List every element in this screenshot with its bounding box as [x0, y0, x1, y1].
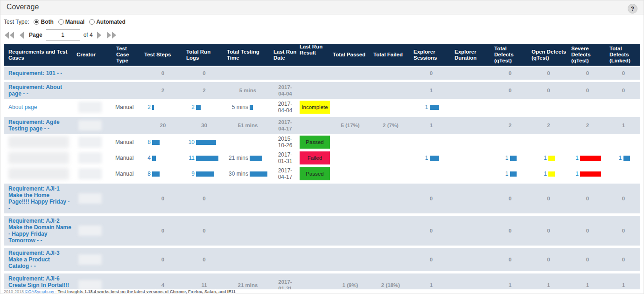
cell-explorer_duration	[452, 136, 491, 149]
metric: 1	[574, 171, 601, 177]
rollup-value: 0	[493, 70, 527, 76]
cell-total_passed	[330, 193, 371, 204]
rollup-value: 0	[609, 257, 638, 262]
next-page-button[interactable]	[96, 31, 103, 39]
rollup-value: 0	[144, 70, 182, 76]
metric: 1	[542, 171, 555, 177]
cell-td_linked	[607, 101, 640, 114]
test-type-label: Test Type:	[4, 19, 29, 25]
rollup-value: 0	[531, 70, 567, 76]
metric-value: 4	[144, 155, 151, 161]
testcase-link[interactable]: About page	[8, 104, 37, 110]
first-page-button[interactable]	[4, 31, 15, 39]
cell-test_steps: 0	[141, 225, 183, 236]
rollup-value: 0	[609, 70, 638, 76]
requirement-link[interactable]: Requirement: AJI-2 Make the Domain Name …	[8, 218, 72, 244]
cell-test_steps: 0	[141, 68, 183, 79]
cell-explorer_duration	[452, 193, 491, 204]
rollup-value: 5 mins	[227, 88, 269, 93]
table-row-group: Requirement: AJI-1 Make the Home Page!!!…	[4, 184, 640, 213]
rollup-value: 1	[609, 123, 638, 128]
cell-name	[4, 167, 74, 181]
last-run-date-value: 2017-04-17	[274, 119, 296, 132]
radio-option-automated[interactable]: Automated	[89, 19, 126, 25]
double-chevron-right-icon	[106, 31, 117, 39]
cell-explorer_duration	[452, 254, 491, 265]
redacted-testcase-name	[8, 152, 69, 164]
metric: 1	[424, 104, 439, 110]
cell-case_type: Manual	[113, 101, 141, 114]
cell-creator	[74, 85, 113, 96]
help-button[interactable]: ?	[628, 4, 637, 14]
cell-total_passed	[330, 167, 371, 180]
redacted-creator	[78, 102, 102, 113]
cell-run_logs: 2	[183, 85, 224, 96]
radio-icon[interactable]	[89, 19, 95, 25]
radio-option-manual[interactable]: Manual	[58, 19, 84, 25]
metric-bar	[196, 140, 216, 145]
cell-td_linked	[607, 136, 640, 149]
cell-od_qtest: 0	[529, 193, 568, 204]
cell-name: Requirement: 101 - -	[4, 68, 74, 79]
cell-od_qtest: 1	[529, 167, 568, 180]
cell-last_run_result	[300, 225, 330, 236]
rollup-value: 0	[493, 257, 527, 262]
table-body: Requirement: 101 - -0000000Requirement: …	[4, 67, 640, 294]
cell-od_qtest: 0	[529, 254, 568, 265]
cell-total_failed	[371, 151, 411, 164]
metric: 5 mins	[227, 104, 253, 110]
redacted-creator	[78, 280, 102, 290]
qasymphony-link[interactable]: ©QASymphony	[25, 289, 54, 294]
radio-option-both[interactable]: Both	[34, 19, 53, 25]
metric-bar	[430, 105, 439, 110]
rollup-value: 2	[144, 88, 182, 93]
cell-name: Requirement: AJI-2 Make the Domain Name …	[4, 217, 74, 245]
requirement-link[interactable]: Requirement: 101 - -	[8, 70, 62, 76]
cell-total_passed	[330, 68, 371, 79]
rollup-value: 0	[493, 196, 527, 201]
cell-total_passed	[330, 101, 371, 114]
requirement-link[interactable]: Requirement: About page - -	[8, 84, 72, 97]
cell-test_steps: 0	[141, 254, 183, 265]
cell-explorer_sessions: 1	[411, 120, 452, 131]
cell-last_run_result: Failed	[300, 151, 330, 164]
rollup-value: 0	[186, 70, 222, 76]
status-badge: Passed	[300, 167, 330, 180]
requirement-link[interactable]: Requirement: AJI-1 Make the Home Page!!!…	[8, 185, 72, 212]
radio-icon[interactable]	[58, 19, 64, 25]
last-page-button[interactable]	[106, 31, 117, 39]
rollup-value: 0	[186, 257, 222, 262]
cell-case_type	[113, 254, 141, 265]
page-input[interactable]	[46, 29, 80, 41]
column-header-last_run_result: Last Run Result	[300, 44, 330, 66]
metric-value: 8	[144, 171, 151, 177]
test-type-filter: Test Type: Both Manual Automated	[0, 14, 644, 25]
cell-name	[4, 151, 74, 165]
metric-bar	[580, 171, 601, 177]
cell-case_type	[113, 225, 141, 236]
prev-page-button[interactable]	[18, 31, 25, 39]
status-badge: Failed	[300, 151, 330, 164]
requirement-link[interactable]: Requirement: AJI-3 Make a Product Catalo…	[8, 250, 72, 269]
rollup-value: 0	[186, 196, 222, 201]
metric-value: 21 mins	[227, 155, 248, 161]
cell-creator	[74, 225, 113, 237]
status-badge: Passed	[300, 136, 330, 149]
redacted-creator	[78, 226, 102, 236]
cell-td_qtest: 0	[491, 85, 529, 96]
requirement-link[interactable]: Requirement: Agile Testing page - -	[8, 119, 72, 132]
metric: 30 mins	[227, 171, 267, 177]
rollup-value: 0	[413, 257, 450, 262]
metric-bar	[510, 171, 517, 177]
rollup-value: 0	[570, 257, 605, 262]
metric-bar	[510, 156, 517, 161]
rollup-value: 0	[531, 196, 567, 201]
radio-icon[interactable]	[34, 19, 39, 25]
metric-value: 30 mins	[227, 171, 248, 177]
table-row-group: Requirement: AJI-3 Make a Product Catalo…	[4, 248, 640, 271]
metric: 2	[144, 104, 154, 110]
table-row-group: Requirement: 101 - -0000000	[4, 67, 640, 80]
cell-last_run_date: 2017-04-17	[271, 166, 300, 181]
cell-total_passed	[330, 254, 371, 265]
cell-sd_qtest: 2	[568, 120, 607, 131]
